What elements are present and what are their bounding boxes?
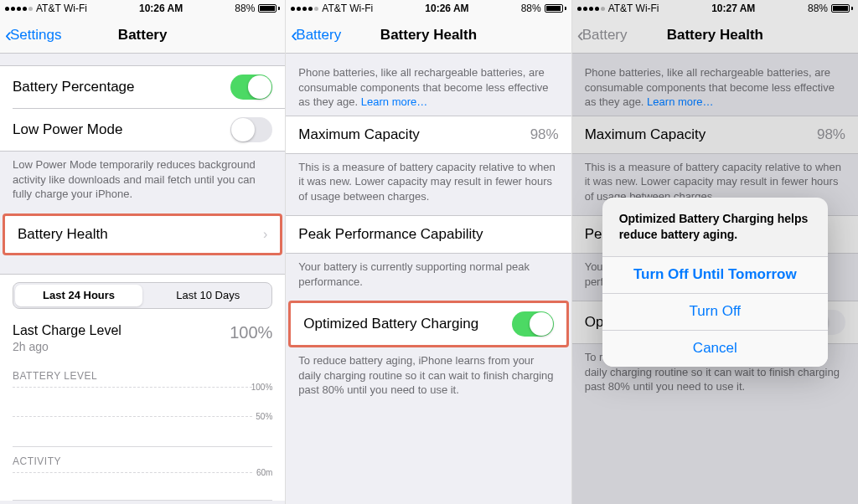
carrier-label: AT&T Wi-Fi (36, 3, 87, 14)
seg-last-24h[interactable]: Last 24 Hours (15, 285, 142, 306)
lpm-footer: Low Power Mode temporarily reduces backg… (0, 152, 285, 213)
sheet-turn-off-until-tomorrow[interactable]: Turn Off Until Tomorrow (602, 256, 828, 293)
activity-heading: ACTIVITY (13, 455, 272, 467)
row-battery-percentage[interactable]: Battery Percentage (0, 66, 285, 108)
signal-strength-icon (577, 7, 605, 11)
cell-label: Battery Percentage (13, 79, 135, 95)
status-bar: AT&T Wi-Fi 10:27 AM 88% (572, 0, 858, 17)
screen-battery-health-sheet: AT&T Wi-Fi 10:27 AM 88% ‹Battery Battery… (572, 0, 858, 504)
row-peak-performance: Peak Performance Capability (286, 216, 571, 253)
back-button[interactable]: ‹Settings (5, 25, 61, 45)
cell-label: Maximum Capacity (585, 126, 706, 143)
signal-strength-icon (5, 7, 33, 11)
page-title: Battery (118, 27, 168, 44)
cell-label: Peak Performance Capability (298, 226, 483, 243)
battery-level-chart: 100% 50% (13, 387, 272, 447)
max-capacity-value: 98% (817, 126, 845, 143)
seg-last-10d[interactable]: Last 10 Days (144, 283, 271, 308)
sheet-cancel[interactable]: Cancel (602, 330, 828, 367)
battery-icon (831, 4, 853, 13)
status-bar: AT&T Wi-Fi 10:26 AM 88% (0, 0, 285, 17)
max-capacity-footer: This is a measure of battery capacity re… (286, 154, 571, 216)
battery-percent: 88% (808, 3, 828, 14)
time-range-segmented[interactable]: Last 24 Hours Last 10 Days (13, 282, 272, 309)
last-charge-value: 100% (230, 323, 272, 342)
learn-more-link[interactable]: Learn more… (361, 95, 427, 108)
back-label: Battery (582, 27, 628, 44)
carrier-label: AT&T Wi-Fi (322, 3, 373, 14)
page-title: Battery Health (667, 27, 763, 44)
content: Battery Percentage Low Power Mode Low Po… (0, 54, 285, 504)
battery-icon (258, 4, 280, 13)
nav-bar: ‹Battery Battery Health (572, 17, 858, 54)
toggle-optimized-charging[interactable] (512, 311, 554, 337)
page-title: Battery Health (380, 27, 477, 44)
row-max-capacity: Maximum Capacity 98% (286, 116, 571, 153)
nav-bar: ‹Settings Battery (0, 17, 285, 54)
sheet-turn-off[interactable]: Turn Off (602, 293, 828, 330)
battery-icon (545, 4, 566, 13)
peak-footer: Your battery is currently supporting nor… (286, 254, 571, 301)
learn-more-link: Learn more… (647, 95, 713, 108)
row-max-capacity: Maximum Capacity 98% (572, 116, 858, 153)
back-button: ‹Battery (577, 25, 628, 45)
activity-chart: 60m (13, 472, 272, 501)
cell-label: Maximum Capacity (298, 126, 420, 143)
cell-label: Optimized Battery Charging (303, 316, 478, 332)
last-charge: Last Charge Level 2h ago 100% (0, 316, 285, 362)
obc-footer: To reduce battery aging, iPhone learns f… (286, 347, 571, 409)
intro-text: Phone batteries, like all rechargeable b… (286, 54, 571, 116)
nav-bar: ‹Battery Battery Health (286, 17, 571, 54)
content: Phone batteries, like all rechargeable b… (286, 54, 571, 504)
action-sheet: Optimized Battery Charging helps reduce … (602, 198, 828, 367)
sheet-message: Optimized Battery Charging helps reduce … (602, 198, 828, 256)
clock: 10:26 AM (139, 3, 183, 14)
row-optimized-charging[interactable]: Optimized Battery Charging (291, 303, 566, 345)
battery-percent: 88% (235, 3, 255, 14)
chevron-right-icon: › (263, 227, 267, 242)
screen-battery: AT&T Wi-Fi 10:26 AM 88% ‹Settings Batter… (0, 0, 286, 504)
intro-text: Phone batteries, like all rechargeable b… (572, 54, 858, 116)
row-low-power-mode[interactable]: Low Power Mode (13, 108, 285, 151)
row-battery-health[interactable]: Battery Health › (5, 216, 280, 253)
last-charge-ago: 2h ago (13, 340, 121, 353)
max-capacity-value: 98% (530, 126, 559, 143)
last-charge-label: Last Charge Level (13, 323, 121, 338)
axis-100: 100% (251, 382, 273, 391)
carrier-label: AT&T Wi-Fi (608, 3, 659, 14)
toggle-low-power-mode[interactable] (230, 117, 272, 142)
back-button[interactable]: ‹Battery (291, 25, 341, 45)
cell-label: Battery Health (18, 226, 108, 243)
cell-label: Low Power Mode (13, 121, 122, 138)
clock: 10:27 AM (711, 3, 755, 14)
screen-battery-health: AT&T Wi-Fi 10:26 AM 88% ‹Battery Battery… (286, 0, 571, 504)
signal-strength-icon (291, 7, 318, 11)
toggle-battery-percentage[interactable] (230, 75, 272, 100)
axis-50: 50% (256, 412, 272, 421)
back-label: Settings (10, 27, 61, 44)
status-bar: AT&T Wi-Fi 10:26 AM 88% (286, 0, 571, 17)
battery-level-heading: BATTERY LEVEL (13, 370, 272, 382)
clock: 10:26 AM (425, 3, 468, 14)
back-label: Battery (296, 27, 341, 44)
battery-percent: 88% (521, 3, 541, 14)
axis-60m: 60m (256, 467, 272, 476)
